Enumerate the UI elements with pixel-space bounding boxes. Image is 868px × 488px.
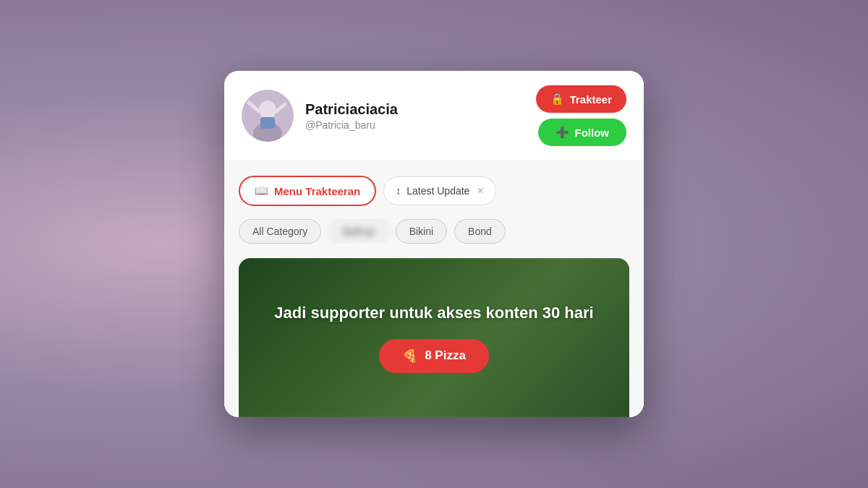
- follow-icon: ➕: [556, 126, 569, 139]
- category-row: All Category Bathup Bikini Bond: [239, 219, 629, 244]
- sort-label: Latest Update: [407, 185, 469, 197]
- content-card: Jadi supporter untuk akses konten 30 har…: [239, 258, 629, 417]
- profile-handle: @Patricia_baru: [305, 119, 524, 131]
- pizza-label: 8 Pizza: [425, 348, 466, 363]
- supporter-text: Jadi supporter untuk akses konten 30 har…: [274, 302, 593, 325]
- pizza-icon: 🍕: [402, 348, 417, 364]
- svg-point-1: [259, 100, 276, 119]
- tab-menu-trakteeran[interactable]: 📖 Menu Trakteeran: [239, 176, 376, 206]
- profile-actions: 🔒 Trakteer ➕ Follow: [536, 85, 626, 146]
- trakteer-button[interactable]: 🔒 Trakteer: [536, 85, 626, 113]
- trakteer-icon: 🔒: [550, 93, 564, 106]
- avatar: [242, 90, 294, 142]
- profile-name: Patriciaciacia: [305, 100, 524, 118]
- svg-rect-5: [260, 117, 275, 129]
- trakteer-label: Trakteer: [570, 93, 612, 106]
- follow-label: Follow: [575, 127, 610, 139]
- category-bathup[interactable]: Bathup: [328, 219, 388, 244]
- profile-card: Patriciaciacia @Patricia_baru 🔒 Trakteer…: [224, 71, 644, 161]
- profile-info: Patriciaciacia @Patricia_baru: [305, 100, 524, 131]
- category-bond[interactable]: Bond: [454, 219, 506, 244]
- category-all[interactable]: All Category: [239, 219, 321, 244]
- menu-icon: 📖: [255, 184, 268, 197]
- phone-container: Patriciaciacia @Patricia_baru 🔒 Trakteer…: [224, 71, 644, 417]
- main-content: 📖 Menu Trakteeran Latest Update × All Ca…: [224, 161, 644, 417]
- content-card-inner: Jadi supporter untuk akses konten 30 har…: [239, 258, 629, 417]
- tabs-row: 📖 Menu Trakteeran Latest Update ×: [239, 176, 629, 206]
- menu-tab-label: Menu Trakteeran: [274, 185, 360, 197]
- follow-button[interactable]: ➕ Follow: [538, 119, 627, 146]
- tab-latest-update[interactable]: Latest Update ×: [383, 176, 496, 205]
- close-sort-button[interactable]: ×: [477, 184, 483, 197]
- pizza-button[interactable]: 🍕 8 Pizza: [379, 339, 489, 373]
- category-bikini[interactable]: Bikini: [396, 219, 447, 244]
- sort-icon: [396, 185, 401, 197]
